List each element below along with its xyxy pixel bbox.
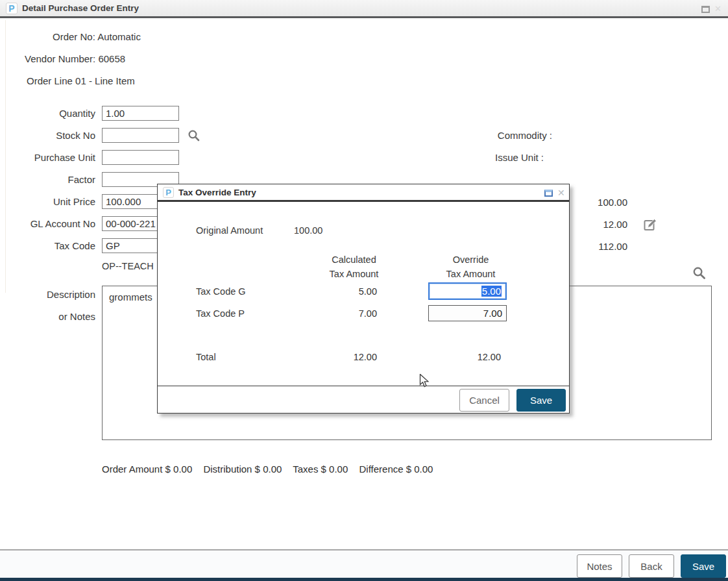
dialog-close-icon[interactable]: ✕	[557, 188, 565, 198]
issue-unit-label: Issue Unit :	[389, 152, 544, 163]
gl-account-label: GL Account No	[0, 216, 95, 231]
order-line-text: Order Line 01 - Line Item	[27, 75, 135, 86]
dialog-footer-divider	[158, 386, 569, 386]
quantity-row: Quantity	[0, 106, 260, 121]
notes-button[interactable]: Notes	[577, 554, 622, 578]
back-button[interactable]: Back	[629, 554, 674, 578]
quantity-input[interactable]	[102, 106, 179, 121]
stock-no-input[interactable]	[102, 128, 179, 143]
totals-summary: Order Amount $ 0.00 Distribution $ 0.00 …	[102, 464, 441, 475]
window-titlebar: P Detail Purchase Order Entry ✕	[0, 0, 728, 18]
dialog-cancel-button[interactable]: Cancel	[459, 389, 509, 412]
override-column-header: Override Tax Amount	[424, 253, 518, 281]
window-title: Detail Purchase Order Entry	[22, 3, 139, 13]
restore-window-icon[interactable]	[701, 6, 710, 13]
tax-code-g-calculated: 5.00	[312, 286, 377, 297]
purchase-unit-input[interactable]	[102, 150, 179, 165]
vendor-number-text: Vendor Number: 60658	[25, 53, 125, 64]
tax-code-g-label: Tax Code G	[196, 286, 246, 297]
tax-override-entry-dialog: P Tax Override Entry ✕ Original Amount 1…	[157, 184, 570, 414]
modal-total-override: 12.00	[436, 352, 501, 362]
edit-tax-icon[interactable]	[644, 218, 657, 234]
unit-price-label: Unit Price	[0, 194, 95, 209]
mouse-cursor	[419, 374, 431, 391]
selected-text: 5.00	[481, 286, 502, 297]
order-no-text: Order No: Automatic	[53, 31, 141, 42]
purchase-unit-row: Purchase Unit	[0, 150, 260, 165]
tax-code-p-override-input[interactable]	[428, 305, 507, 321]
description-label-line1: Description	[0, 289, 95, 300]
purchase-unit-label: Purchase Unit	[0, 150, 95, 165]
distribution-total: Distribution $ 0.00	[203, 464, 282, 475]
difference-total: Difference $ 0.00	[359, 464, 433, 475]
modal-total-label: Total	[196, 352, 216, 362]
tax-code-description-text: OP--TEACH	[102, 261, 154, 271]
tax-code-g-override-input[interactable]: 5.00	[428, 282, 507, 300]
factor-label: Factor	[0, 172, 95, 187]
app-logo-icon: P	[6, 3, 18, 14]
dialog-save-button[interactable]: Save	[516, 389, 566, 412]
dialog-logo-icon: P	[163, 187, 174, 198]
close-window-icon[interactable]: ✕	[714, 4, 722, 14]
description-label-line2: or Notes	[0, 311, 95, 322]
bottom-action-bar: Notes Back Save	[0, 549, 728, 581]
stock-no-row: Stock No	[0, 128, 260, 143]
stock-no-search-icon[interactable]	[188, 129, 200, 144]
dialog-title: Tax Override Entry	[178, 188, 256, 197]
notes-search-icon[interactable]	[692, 266, 706, 282]
calculated-column-header: Calculated Tax Amount	[307, 253, 401, 281]
tax-code-label: Tax Code	[0, 238, 95, 253]
save-button[interactable]: Save	[681, 554, 726, 578]
stock-no-label: Stock No	[0, 128, 95, 143]
dialog-restore-icon[interactable]	[544, 190, 553, 197]
original-amount-label: Original Amount	[196, 225, 263, 236]
tax-code-p-label: Tax Code P	[196, 308, 245, 319]
tax-code-p-calculated: 7.00	[312, 308, 377, 319]
modal-total-calculated: 12.00	[312, 352, 377, 362]
commodity-label: Commodity :	[389, 130, 552, 141]
quantity-label: Quantity	[0, 106, 95, 121]
dialog-titlebar: P Tax Override Entry ✕	[158, 184, 569, 202]
taxes-total: Taxes $ 0.00	[293, 464, 348, 475]
order-amount-total: Order Amount $ 0.00	[102, 464, 192, 475]
original-amount-value: 100.00	[294, 225, 322, 236]
